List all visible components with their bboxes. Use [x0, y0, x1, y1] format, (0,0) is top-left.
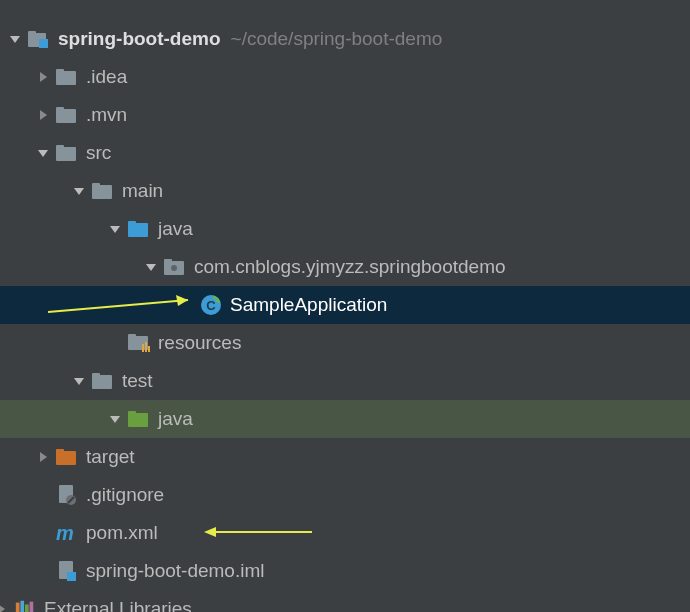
svg-rect-12 [128, 221, 136, 225]
svg-rect-22 [128, 334, 136, 338]
excluded-folder-icon [56, 446, 78, 468]
svg-rect-42 [25, 604, 29, 612]
tree-item-src[interactable]: src [0, 134, 690, 172]
resources-folder-icon [128, 332, 150, 354]
svg-rect-6 [56, 107, 64, 111]
chevron-right-icon[interactable] [36, 108, 50, 122]
package-icon [164, 256, 186, 278]
svg-rect-9 [92, 185, 112, 199]
tree-item-idea[interactable]: .idea [0, 58, 690, 96]
svg-rect-43 [30, 602, 34, 612]
node-label: resources [158, 332, 241, 354]
annotation-arrow-icon [48, 292, 208, 318]
module-folder-icon [28, 28, 50, 50]
node-label: java [158, 218, 193, 240]
folder-icon [92, 180, 114, 202]
svg-text:C: C [206, 298, 216, 313]
project-tree[interactable]: spring-boot-demo ~/code/spring-boot-demo… [0, 0, 690, 612]
root-name: spring-boot-demo [58, 28, 221, 50]
svg-rect-23 [142, 344, 144, 352]
library-icon [14, 598, 36, 612]
svg-rect-31 [56, 449, 64, 453]
annotation-arrow-icon [202, 522, 322, 542]
maven-file-icon: m [56, 522, 78, 544]
svg-rect-29 [128, 411, 136, 415]
svg-rect-40 [16, 603, 20, 612]
svg-line-16 [48, 300, 188, 312]
gitignore-file-icon [56, 484, 78, 506]
tree-item-package[interactable]: com.cnblogs.yjmyzz.springbootdemo [0, 248, 690, 286]
tree-item-main[interactable]: main [0, 172, 690, 210]
svg-rect-24 [145, 342, 147, 352]
svg-rect-7 [56, 147, 76, 161]
svg-rect-26 [92, 375, 112, 389]
svg-rect-39 [67, 572, 76, 581]
tree-item-mvn[interactable]: .mvn [0, 96, 690, 134]
folder-icon [56, 104, 78, 126]
svg-point-15 [171, 265, 177, 271]
chevron-down-icon[interactable] [72, 184, 86, 198]
folder-icon [56, 142, 78, 164]
node-label: src [86, 142, 111, 164]
test-folder-icon [128, 408, 150, 430]
tree-item-external-libraries[interactable]: External Libraries [0, 590, 690, 612]
svg-rect-3 [56, 71, 76, 85]
node-label: External Libraries [44, 598, 192, 612]
tree-item-sample-application[interactable]: C SampleApplication [0, 286, 690, 324]
node-label: spring-boot-demo.iml [86, 560, 264, 582]
svg-rect-5 [56, 109, 76, 123]
node-label: .mvn [86, 104, 127, 126]
svg-rect-10 [92, 183, 100, 187]
node-label: java [158, 408, 193, 430]
node-label: com.cnblogs.yjmyzz.springbootdemo [194, 256, 506, 278]
chevron-down-icon[interactable] [72, 374, 86, 388]
java-class-run-icon: C [200, 294, 222, 316]
node-label: .gitignore [86, 484, 164, 506]
tree-item-test[interactable]: test [0, 362, 690, 400]
root-path: ~/code/spring-boot-demo [231, 28, 443, 50]
tree-item-iml[interactable]: spring-boot-demo.iml [0, 552, 690, 590]
svg-rect-11 [128, 223, 148, 237]
folder-icon [92, 370, 114, 392]
svg-rect-41 [20, 601, 24, 612]
tree-item-root[interactable]: spring-boot-demo ~/code/spring-boot-demo [0, 20, 690, 58]
svg-rect-14 [164, 259, 172, 263]
chevron-right-icon[interactable] [36, 70, 50, 84]
tree-item-pom[interactable]: m pom.xml [0, 514, 690, 552]
chevron-down-icon[interactable] [108, 222, 122, 236]
chevron-down-icon[interactable] [8, 32, 22, 46]
svg-text:m: m [56, 522, 74, 544]
chevron-down-icon[interactable] [108, 412, 122, 426]
svg-marker-17 [176, 295, 188, 306]
svg-rect-28 [128, 413, 148, 427]
svg-marker-37 [204, 527, 216, 537]
svg-rect-4 [56, 69, 64, 73]
node-label: test [122, 370, 153, 392]
svg-rect-30 [56, 451, 76, 465]
svg-rect-8 [56, 145, 64, 149]
svg-rect-27 [92, 373, 100, 377]
node-label: main [122, 180, 163, 202]
chevron-right-icon[interactable] [36, 450, 50, 464]
chevron-right-icon[interactable] [0, 602, 8, 612]
chevron-down-icon[interactable] [144, 260, 158, 274]
folder-icon [56, 66, 78, 88]
tree-item-resources[interactable]: resources [0, 324, 690, 362]
node-label: SampleApplication [230, 294, 387, 316]
source-folder-icon [128, 218, 150, 240]
tree-item-target[interactable]: target [0, 438, 690, 476]
chevron-down-icon[interactable] [36, 146, 50, 160]
tree-item-java-main[interactable]: java [0, 210, 690, 248]
node-label: .idea [86, 66, 127, 88]
svg-rect-2 [39, 39, 48, 48]
svg-rect-1 [28, 31, 36, 35]
node-label: target [86, 446, 135, 468]
iml-file-icon [56, 560, 78, 582]
svg-rect-25 [148, 346, 150, 352]
tree-item-java-test[interactable]: java [0, 400, 690, 438]
tree-item-gitignore[interactable]: .gitignore [0, 476, 690, 514]
node-label: pom.xml [86, 522, 158, 544]
